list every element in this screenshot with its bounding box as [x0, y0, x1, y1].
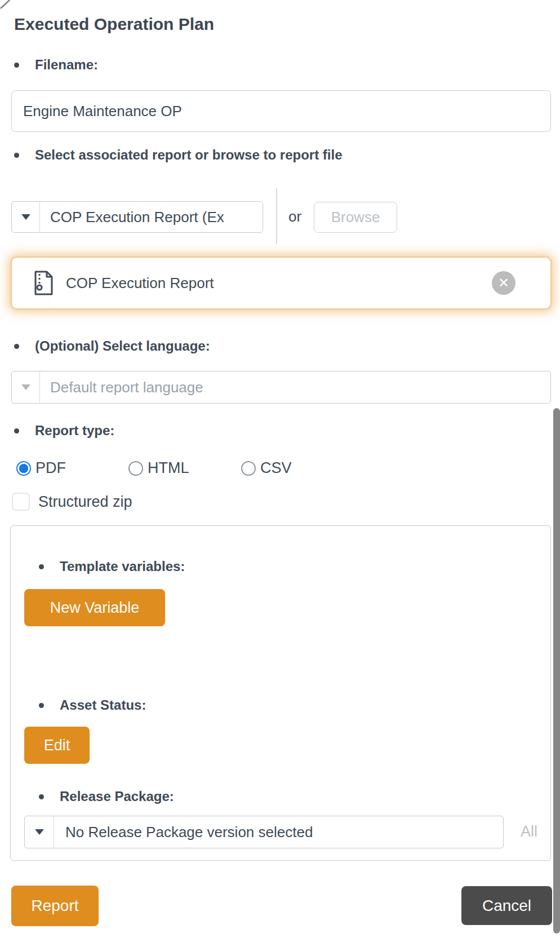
selected-report-name: COP Execution Report: [66, 275, 492, 292]
radio-html-label[interactable]: HTML: [148, 459, 189, 477]
new-variable-button[interactable]: New Variable: [24, 589, 165, 626]
executed-operation-plan-dialog: Executed Operation Plan Filename: Select…: [0, 0, 560, 938]
radio-pdf[interactable]: PDF: [16, 459, 66, 477]
structured-zip-row: Structured zip: [12, 493, 132, 511]
chevron-down-icon[interactable]: [12, 371, 40, 403]
asset-status-label: Asset Status:: [60, 697, 146, 713]
associated-report-select[interactable]: COP Execution Report (Ex: [11, 201, 263, 233]
corner-artifact: [0, 0, 11, 10]
template-variables-header: Template variables:: [39, 559, 185, 574]
bullet-icon: [39, 703, 44, 708]
release-package-label: Release Package:: [60, 789, 174, 804]
release-package-value: No Release Package version selected: [54, 816, 503, 848]
close-icon[interactable]: ✕: [492, 271, 515, 295]
language-section-header: (Optional) Select language:: [14, 338, 210, 354]
bullet-icon: [14, 153, 19, 158]
bullet-icon: [39, 564, 44, 569]
language-placeholder: Default report language: [40, 371, 550, 403]
filename-input[interactable]: [11, 90, 551, 132]
browse-button[interactable]: Browse: [314, 202, 397, 233]
associated-report-selected-value: COP Execution Report (Ex: [40, 202, 263, 232]
or-label: or: [288, 208, 301, 225]
report-options-panel: Template variables: New Variable Asset S…: [10, 525, 551, 861]
bullet-icon: [14, 344, 19, 349]
template-variables-label: Template variables:: [60, 559, 185, 574]
page-title: Executed Operation Plan: [14, 15, 214, 34]
report-type-label: Report type:: [35, 423, 114, 439]
radio-selected-icon[interactable]: [16, 461, 31, 476]
filename-section-header: Filename:: [14, 57, 98, 73]
triangle-down-glyph: [21, 384, 30, 390]
bullet-icon: [14, 63, 19, 68]
triangle-down-glyph: [21, 214, 30, 220]
triangle-down-glyph: [35, 829, 44, 835]
release-package-header: Release Package:: [39, 789, 174, 804]
zip-file-icon: [33, 271, 54, 295]
report-type-section-header: Report type:: [14, 423, 114, 439]
radio-csv-label[interactable]: CSV: [260, 459, 292, 477]
structured-zip-label[interactable]: Structured zip: [38, 493, 132, 511]
scrollbar-thumb[interactable]: [553, 408, 560, 933]
structured-zip-checkbox[interactable]: [12, 493, 30, 511]
asset-status-header: Asset Status:: [39, 697, 146, 713]
bullet-icon: [14, 428, 19, 433]
radio-unselected-icon[interactable]: [128, 461, 143, 476]
chevron-down-icon[interactable]: [25, 816, 54, 848]
release-package-select[interactable]: No Release Package version selected: [24, 816, 504, 848]
report-select-section-header: Select associated report or browse to re…: [14, 147, 342, 163]
radio-unselected-icon[interactable]: [241, 461, 256, 476]
filename-label: Filename:: [35, 57, 98, 73]
language-select[interactable]: Default report language: [11, 371, 551, 404]
radio-csv[interactable]: CSV: [241, 459, 292, 477]
cancel-button[interactable]: Cancel: [461, 886, 552, 925]
bullet-icon: [39, 794, 44, 799]
release-package-all-toggle[interactable]: All: [521, 823, 537, 840]
report-button[interactable]: Report: [11, 886, 99, 926]
report-select-label: Select associated report or browse to re…: [35, 147, 342, 163]
radio-html[interactable]: HTML: [128, 459, 189, 477]
edit-asset-status-button[interactable]: Edit: [24, 727, 90, 764]
vertical-divider: [276, 188, 277, 244]
language-label: (Optional) Select language:: [35, 338, 210, 354]
radio-pdf-label[interactable]: PDF: [35, 459, 66, 477]
selected-report-chip: COP Execution Report ✕: [11, 257, 551, 309]
chevron-down-icon[interactable]: [12, 202, 40, 232]
